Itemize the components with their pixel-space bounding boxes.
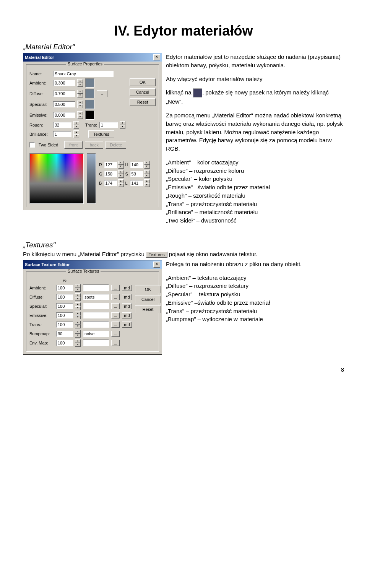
close-icon[interactable]: ×	[153, 54, 160, 60]
spinner-up-icon[interactable]: ▲	[75, 284, 81, 288]
spinner-up-icon[interactable]: ▲	[118, 170, 124, 174]
bumpmap-tex-input[interactable]: noise	[83, 331, 109, 337]
spinner-up-icon[interactable]: ▲	[73, 130, 79, 134]
section-label: Surface Properties	[66, 62, 104, 66]
spinner-down-icon[interactable]: ▼	[118, 174, 124, 178]
spinner-down-icon[interactable]: ▼	[75, 315, 81, 319]
spinner-down-icon[interactable]: ▼	[73, 134, 79, 138]
md-button[interactable]: md	[122, 303, 132, 309]
rough-input[interactable]: 32	[53, 122, 71, 128]
browse-button[interactable]: ...	[111, 312, 120, 318]
spinner-up-icon[interactable]: ▲	[77, 101, 83, 104]
emissive-input[interactable]: 0.000	[53, 112, 75, 118]
md-button[interactable]: md	[122, 294, 132, 300]
spinner-down-icon[interactable]: ▼	[77, 104, 83, 108]
spinner-up-icon[interactable]: ▲	[144, 170, 150, 174]
g-input[interactable]: 150	[104, 171, 117, 177]
spinner-up-icon[interactable]: ▲	[120, 121, 125, 125]
page-number: 8	[23, 366, 344, 373]
spinner-down-icon[interactable]: ▼	[73, 125, 79, 129]
two-sided-checkbox[interactable]	[29, 142, 35, 148]
ambient-input[interactable]: 100	[56, 285, 73, 291]
emissive-swatch[interactable]	[85, 110, 94, 120]
ambient-tex-input[interactable]	[83, 284, 109, 291]
diffuse-swatch[interactable]	[85, 89, 94, 98]
md-button[interactable]: md	[122, 322, 132, 328]
spinner-up-icon[interactable]: ▲	[75, 339, 81, 343]
brilliance-input[interactable]: 1	[53, 131, 71, 137]
specular-swatch[interactable]	[85, 100, 94, 109]
spinner-down-icon[interactable]: ▼	[77, 115, 83, 119]
specular-tex-input[interactable]	[83, 303, 109, 309]
spinner-up-icon[interactable]: ▲	[77, 79, 83, 83]
browse-button[interactable]: ...	[111, 340, 120, 346]
specular-input[interactable]: 0.500	[53, 101, 75, 107]
reset-button[interactable]: Reset	[135, 305, 161, 313]
browse-button[interactable]: ...	[111, 303, 120, 309]
spinner-down-icon[interactable]: ▼	[144, 183, 150, 187]
browse-button[interactable]: ...	[111, 294, 120, 300]
equals-button[interactable]: =	[97, 90, 107, 97]
spinner-down-icon[interactable]: ▼	[77, 94, 83, 97]
envmap-tex-input[interactable]	[83, 339, 109, 346]
browse-button[interactable]: ...	[111, 285, 120, 291]
spinner-up-icon[interactable]: ▲	[75, 330, 81, 334]
spinner-down-icon[interactable]: ▼	[75, 325, 81, 328]
spinner-down-icon[interactable]: ▼	[144, 174, 150, 178]
spinner-up-icon[interactable]: ▲	[77, 90, 83, 94]
cancel-button[interactable]: Cancel	[130, 88, 156, 96]
luminance-slider[interactable]	[87, 153, 96, 204]
emissive-input[interactable]: 100	[56, 312, 73, 318]
specular-input[interactable]: 100	[56, 303, 73, 309]
spinner-down-icon[interactable]: ▼	[118, 165, 124, 169]
ok-button[interactable]: OK	[135, 286, 161, 293]
browse-button[interactable]: ...	[111, 331, 120, 337]
color-picker[interactable]	[29, 153, 84, 204]
envmap-input[interactable]: 100	[56, 340, 73, 346]
spinner-down-icon[interactable]: ▼	[144, 165, 150, 169]
emissive-tex-input[interactable]	[83, 312, 109, 318]
spinner-up-icon[interactable]: ▲	[73, 121, 79, 125]
reset-button[interactable]: Reset	[130, 98, 156, 106]
spinner-down-icon[interactable]: ▼	[75, 306, 81, 310]
s-input[interactable]: 53	[130, 171, 143, 177]
diffuse-input[interactable]: 0.700	[53, 91, 75, 97]
diffuse-tex-input[interactable]: spots	[83, 294, 109, 300]
spinner-down-icon[interactable]: ▼	[118, 183, 124, 187]
ok-button[interactable]: OK	[130, 78, 156, 86]
trans-input[interactable]: 1	[99, 122, 118, 128]
l-input[interactable]: 141	[130, 180, 143, 186]
spinner-down-icon[interactable]: ▼	[75, 334, 81, 338]
ambient-input[interactable]: 0.300	[53, 80, 75, 86]
spinner-down-icon[interactable]: ▼	[77, 83, 83, 87]
spinner-up-icon[interactable]: ▲	[75, 312, 81, 315]
spinner-up-icon[interactable]: ▲	[75, 321, 81, 325]
intro-para-2b: kliknąć na , pokaże się nowy pasek na kt…	[166, 88, 344, 106]
trans-tex-input[interactable]	[83, 321, 109, 328]
spinner-up-icon[interactable]: ▲	[144, 179, 150, 183]
md-button[interactable]: md	[122, 312, 132, 318]
cancel-button[interactable]: Cancel	[135, 296, 161, 303]
bumpmap-input[interactable]: 30	[56, 331, 73, 337]
r-input[interactable]: 127	[104, 162, 117, 168]
spinner-down-icon[interactable]: ▼	[75, 297, 81, 301]
textures-button[interactable]: Textures	[88, 130, 114, 138]
b-input[interactable]: 174	[104, 180, 117, 186]
spinner-down-icon[interactable]: ▼	[75, 288, 81, 292]
spinner-down-icon[interactable]: ▼	[75, 343, 81, 347]
h-input[interactable]: 140	[130, 162, 143, 168]
ambient-swatch[interactable]	[85, 78, 94, 88]
spinner-up-icon[interactable]: ▲	[75, 293, 81, 297]
spinner-up-icon[interactable]: ▲	[118, 179, 124, 183]
name-input[interactable]: Shark Gray	[53, 71, 114, 77]
spinner-up-icon[interactable]: ▲	[75, 302, 81, 306]
spinner-down-icon[interactable]: ▼	[120, 125, 125, 129]
trans-input[interactable]: 100	[56, 322, 73, 328]
close-icon[interactable]: ×	[153, 262, 160, 268]
spinner-up-icon[interactable]: ▲	[77, 111, 83, 115]
spinner-up-icon[interactable]: ▲	[118, 161, 124, 165]
diffuse-input[interactable]: 100	[56, 294, 73, 300]
md-button[interactable]: md	[122, 285, 132, 291]
browse-button[interactable]: ...	[111, 322, 120, 328]
spinner-up-icon[interactable]: ▲	[144, 161, 150, 165]
